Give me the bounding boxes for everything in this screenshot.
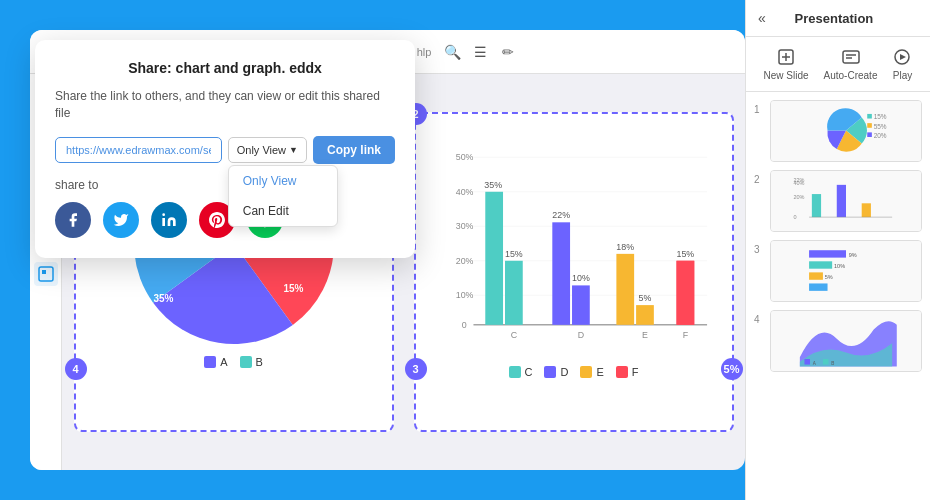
- svg-rect-55: [809, 250, 846, 257]
- auto-create-btn[interactable]: Auto-Create: [824, 47, 878, 81]
- twitter-btn[interactable]: [103, 202, 139, 238]
- option-only-view[interactable]: Only View: [229, 166, 337, 196]
- share-modal: Share: chart and graph. eddx Share the l…: [35, 40, 415, 258]
- svg-rect-63: [823, 359, 829, 365]
- svg-text:35%: 35%: [484, 180, 502, 190]
- svg-text:15%: 15%: [505, 249, 523, 259]
- svg-text:5%: 5%: [638, 293, 651, 303]
- share-to-label: share to: [55, 178, 395, 192]
- option-can-edit[interactable]: Can Edit: [229, 196, 337, 226]
- svg-text:0: 0: [793, 214, 796, 220]
- svg-text:22%: 22%: [793, 177, 804, 183]
- social-icons: [55, 202, 395, 238]
- svg-text:10%: 10%: [572, 273, 590, 283]
- svg-text:40%: 40%: [455, 187, 473, 197]
- bar-legend-f: F: [616, 366, 639, 378]
- svg-text:22%: 22%: [552, 210, 570, 220]
- panel-title: Presentation: [795, 11, 874, 26]
- svg-text:C: C: [510, 330, 517, 340]
- slide-item-3[interactable]: 3 9% 10% 5%: [754, 240, 922, 302]
- svg-text:18%: 18%: [616, 242, 634, 252]
- slide-thumb-4[interactable]: A B: [770, 310, 922, 372]
- svg-rect-36: [843, 51, 859, 63]
- copy-link-btn[interactable]: Copy link: [313, 136, 395, 164]
- badge-3: 4: [65, 358, 87, 380]
- svg-text:55%: 55%: [874, 123, 887, 130]
- permission-select: Only View ▼ Only View Can Edit: [228, 137, 307, 163]
- lt-active-icon[interactable]: [34, 262, 58, 286]
- svg-rect-51: [837, 185, 846, 217]
- play-label: Play: [893, 70, 912, 81]
- bar-chart-container: 2 3 5% 50% 40% 30% 20% 10% 0: [414, 112, 734, 432]
- svg-rect-58: [809, 283, 827, 290]
- play-btn[interactable]: Play: [892, 47, 912, 81]
- svg-rect-52: [862, 203, 871, 217]
- panel-collapse-btn[interactable]: «: [758, 10, 766, 26]
- slide-item-1[interactable]: 1 15% 55% 20%: [754, 100, 922, 162]
- svg-rect-16: [505, 261, 523, 325]
- modal-title: Share: chart and graph. eddx: [55, 60, 395, 76]
- svg-rect-62: [804, 359, 810, 365]
- slide-number-3: 3: [754, 244, 764, 255]
- permission-dropdown: Only View Can Edit: [228, 165, 338, 227]
- svg-rect-1: [42, 270, 46, 274]
- bar-legend: C D E F: [436, 366, 712, 378]
- svg-rect-45: [867, 123, 872, 128]
- svg-rect-50: [812, 194, 821, 217]
- svg-rect-56: [809, 261, 832, 268]
- slide-thumb-3[interactable]: 9% 10% 5%: [770, 240, 922, 302]
- slide-item-4[interactable]: 4 A B: [754, 310, 922, 372]
- dropdown-arrow: ▼: [289, 145, 298, 155]
- slide-item-2[interactable]: 2 40% 20% 0 22%: [754, 170, 922, 232]
- slide-number-4: 4: [754, 314, 764, 325]
- new-slide-btn[interactable]: New Slide: [764, 47, 809, 81]
- svg-text:50%: 50%: [455, 152, 473, 162]
- bar-legend-d: D: [544, 366, 568, 378]
- svg-text:20%: 20%: [455, 256, 473, 266]
- right-panel: « Presentation New Slide Auto-Create Pla…: [745, 0, 930, 500]
- slide-thumb-2[interactable]: 40% 20% 0 22%: [770, 170, 922, 232]
- svg-text:10%: 10%: [834, 263, 845, 269]
- toolbar-help-icon[interactable]: hlp: [413, 41, 435, 63]
- svg-text:10%: 10%: [455, 290, 473, 300]
- link-row: Only View ▼ Only View Can Edit Copy link: [55, 136, 395, 164]
- svg-text:9%: 9%: [849, 252, 857, 258]
- slides-list: 1 15% 55% 20% 2: [746, 92, 930, 500]
- bar-chart-svg: 50% 40% 30% 20% 10% 0 35% 15%: [436, 134, 712, 354]
- svg-rect-24: [636, 305, 654, 325]
- modal-description: Share the link to others, and they can v…: [55, 88, 395, 122]
- badge-3-bar: 3: [405, 358, 427, 380]
- link-input[interactable]: [55, 137, 222, 163]
- slide-thumb-1[interactable]: 15% 55% 20%: [770, 100, 922, 162]
- toolbar-search-icon[interactable]: 🔍: [441, 41, 463, 63]
- svg-text:20%: 20%: [793, 194, 804, 200]
- svg-text:B: B: [831, 361, 834, 366]
- svg-rect-57: [809, 272, 823, 279]
- facebook-btn[interactable]: [55, 202, 91, 238]
- bar-legend-c: C: [509, 366, 533, 378]
- svg-rect-18: [552, 222, 570, 325]
- legend-b: B: [240, 356, 263, 368]
- svg-text:0: 0: [461, 320, 466, 330]
- svg-point-66: [162, 213, 165, 216]
- svg-rect-46: [867, 132, 872, 137]
- bar-legend-e: E: [580, 366, 603, 378]
- svg-rect-44: [867, 114, 872, 119]
- toolbar-menu-icon[interactable]: ☰: [469, 41, 491, 63]
- svg-text:15%: 15%: [874, 113, 887, 120]
- linkedin-btn[interactable]: [151, 202, 187, 238]
- pie-legend: A B: [96, 356, 372, 368]
- svg-text:5%: 5%: [825, 274, 833, 280]
- svg-rect-28: [676, 261, 694, 325]
- auto-create-label: Auto-Create: [824, 70, 878, 81]
- new-slide-label: New Slide: [764, 70, 809, 81]
- slide-number-2: 2: [754, 174, 764, 185]
- badge-bar-5: 5%: [721, 358, 743, 380]
- svg-text:E: E: [642, 330, 648, 340]
- toolbar-edit-icon[interactable]: ✏: [497, 41, 519, 63]
- svg-rect-20: [572, 285, 590, 324]
- svg-text:20%: 20%: [874, 132, 887, 139]
- panel-header: « Presentation: [746, 0, 930, 37]
- svg-text:F: F: [682, 330, 688, 340]
- permission-dropdown-btn[interactable]: Only View ▼: [228, 137, 307, 163]
